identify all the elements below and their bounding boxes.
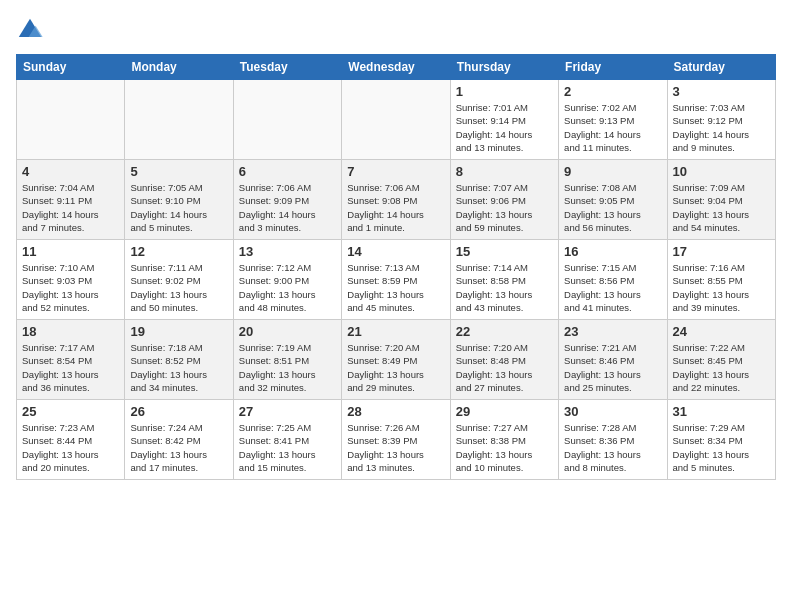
- day-number: 26: [130, 404, 227, 419]
- day-number: 5: [130, 164, 227, 179]
- day-number: 4: [22, 164, 119, 179]
- calendar-cell: 8Sunrise: 7:07 AM Sunset: 9:06 PM Daylig…: [450, 160, 558, 240]
- day-info: Sunrise: 7:10 AM Sunset: 9:03 PM Dayligh…: [22, 261, 119, 314]
- calendar-cell: 29Sunrise: 7:27 AM Sunset: 8:38 PM Dayli…: [450, 400, 558, 480]
- day-info: Sunrise: 7:21 AM Sunset: 8:46 PM Dayligh…: [564, 341, 661, 394]
- day-number: 29: [456, 404, 553, 419]
- day-number: 6: [239, 164, 336, 179]
- calendar-week-2: 4Sunrise: 7:04 AM Sunset: 9:11 PM Daylig…: [17, 160, 776, 240]
- calendar-cell: 30Sunrise: 7:28 AM Sunset: 8:36 PM Dayli…: [559, 400, 667, 480]
- day-info: Sunrise: 7:01 AM Sunset: 9:14 PM Dayligh…: [456, 101, 553, 154]
- header-row: SundayMondayTuesdayWednesdayThursdayFrid…: [17, 55, 776, 80]
- calendar-cell: 15Sunrise: 7:14 AM Sunset: 8:58 PM Dayli…: [450, 240, 558, 320]
- calendar-cell: 11Sunrise: 7:10 AM Sunset: 9:03 PM Dayli…: [17, 240, 125, 320]
- day-number: 2: [564, 84, 661, 99]
- day-info: Sunrise: 7:12 AM Sunset: 9:00 PM Dayligh…: [239, 261, 336, 314]
- calendar-cell: 10Sunrise: 7:09 AM Sunset: 9:04 PM Dayli…: [667, 160, 775, 240]
- day-info: Sunrise: 7:20 AM Sunset: 8:48 PM Dayligh…: [456, 341, 553, 394]
- day-info: Sunrise: 7:26 AM Sunset: 8:39 PM Dayligh…: [347, 421, 444, 474]
- day-info: Sunrise: 7:17 AM Sunset: 8:54 PM Dayligh…: [22, 341, 119, 394]
- day-info: Sunrise: 7:14 AM Sunset: 8:58 PM Dayligh…: [456, 261, 553, 314]
- calendar-cell: 19Sunrise: 7:18 AM Sunset: 8:52 PM Dayli…: [125, 320, 233, 400]
- calendar-cell: 28Sunrise: 7:26 AM Sunset: 8:39 PM Dayli…: [342, 400, 450, 480]
- calendar-cell: 31Sunrise: 7:29 AM Sunset: 8:34 PM Dayli…: [667, 400, 775, 480]
- day-number: 11: [22, 244, 119, 259]
- calendar-cell: 27Sunrise: 7:25 AM Sunset: 8:41 PM Dayli…: [233, 400, 341, 480]
- calendar-cell: 1Sunrise: 7:01 AM Sunset: 9:14 PM Daylig…: [450, 80, 558, 160]
- day-number: 15: [456, 244, 553, 259]
- calendar-cell: 14Sunrise: 7:13 AM Sunset: 8:59 PM Dayli…: [342, 240, 450, 320]
- day-number: 1: [456, 84, 553, 99]
- day-number: 20: [239, 324, 336, 339]
- day-number: 19: [130, 324, 227, 339]
- day-number: 7: [347, 164, 444, 179]
- col-header-friday: Friday: [559, 55, 667, 80]
- col-header-tuesday: Tuesday: [233, 55, 341, 80]
- calendar-cell: 23Sunrise: 7:21 AM Sunset: 8:46 PM Dayli…: [559, 320, 667, 400]
- calendar-cell: [125, 80, 233, 160]
- day-info: Sunrise: 7:28 AM Sunset: 8:36 PM Dayligh…: [564, 421, 661, 474]
- day-info: Sunrise: 7:08 AM Sunset: 9:05 PM Dayligh…: [564, 181, 661, 234]
- col-header-sunday: Sunday: [17, 55, 125, 80]
- logo-icon: [16, 16, 44, 44]
- calendar-week-3: 11Sunrise: 7:10 AM Sunset: 9:03 PM Dayli…: [17, 240, 776, 320]
- day-info: Sunrise: 7:18 AM Sunset: 8:52 PM Dayligh…: [130, 341, 227, 394]
- day-number: 9: [564, 164, 661, 179]
- col-header-wednesday: Wednesday: [342, 55, 450, 80]
- day-number: 16: [564, 244, 661, 259]
- calendar-cell: 20Sunrise: 7:19 AM Sunset: 8:51 PM Dayli…: [233, 320, 341, 400]
- col-header-monday: Monday: [125, 55, 233, 80]
- calendar-cell: [17, 80, 125, 160]
- calendar-cell: 7Sunrise: 7:06 AM Sunset: 9:08 PM Daylig…: [342, 160, 450, 240]
- day-info: Sunrise: 7:13 AM Sunset: 8:59 PM Dayligh…: [347, 261, 444, 314]
- calendar-cell: 21Sunrise: 7:20 AM Sunset: 8:49 PM Dayli…: [342, 320, 450, 400]
- col-header-thursday: Thursday: [450, 55, 558, 80]
- day-info: Sunrise: 7:19 AM Sunset: 8:51 PM Dayligh…: [239, 341, 336, 394]
- day-number: 12: [130, 244, 227, 259]
- day-number: 31: [673, 404, 770, 419]
- day-number: 3: [673, 84, 770, 99]
- day-number: 23: [564, 324, 661, 339]
- calendar-cell: 2Sunrise: 7:02 AM Sunset: 9:13 PM Daylig…: [559, 80, 667, 160]
- calendar-cell: 24Sunrise: 7:22 AM Sunset: 8:45 PM Dayli…: [667, 320, 775, 400]
- day-number: 30: [564, 404, 661, 419]
- day-number: 13: [239, 244, 336, 259]
- calendar-cell: 3Sunrise: 7:03 AM Sunset: 9:12 PM Daylig…: [667, 80, 775, 160]
- day-info: Sunrise: 7:06 AM Sunset: 9:08 PM Dayligh…: [347, 181, 444, 234]
- calendar-cell: 26Sunrise: 7:24 AM Sunset: 8:42 PM Dayli…: [125, 400, 233, 480]
- calendar-week-5: 25Sunrise: 7:23 AM Sunset: 8:44 PM Dayli…: [17, 400, 776, 480]
- calendar-cell: 4Sunrise: 7:04 AM Sunset: 9:11 PM Daylig…: [17, 160, 125, 240]
- day-number: 18: [22, 324, 119, 339]
- day-info: Sunrise: 7:06 AM Sunset: 9:09 PM Dayligh…: [239, 181, 336, 234]
- day-number: 17: [673, 244, 770, 259]
- calendar-week-4: 18Sunrise: 7:17 AM Sunset: 8:54 PM Dayli…: [17, 320, 776, 400]
- calendar-cell: 9Sunrise: 7:08 AM Sunset: 9:05 PM Daylig…: [559, 160, 667, 240]
- calendar-cell: 5Sunrise: 7:05 AM Sunset: 9:10 PM Daylig…: [125, 160, 233, 240]
- day-info: Sunrise: 7:11 AM Sunset: 9:02 PM Dayligh…: [130, 261, 227, 314]
- day-number: 21: [347, 324, 444, 339]
- day-number: 22: [456, 324, 553, 339]
- day-number: 10: [673, 164, 770, 179]
- day-info: Sunrise: 7:22 AM Sunset: 8:45 PM Dayligh…: [673, 341, 770, 394]
- day-info: Sunrise: 7:15 AM Sunset: 8:56 PM Dayligh…: [564, 261, 661, 314]
- col-header-saturday: Saturday: [667, 55, 775, 80]
- day-info: Sunrise: 7:02 AM Sunset: 9:13 PM Dayligh…: [564, 101, 661, 154]
- day-info: Sunrise: 7:04 AM Sunset: 9:11 PM Dayligh…: [22, 181, 119, 234]
- day-info: Sunrise: 7:29 AM Sunset: 8:34 PM Dayligh…: [673, 421, 770, 474]
- day-info: Sunrise: 7:05 AM Sunset: 9:10 PM Dayligh…: [130, 181, 227, 234]
- calendar-cell: 17Sunrise: 7:16 AM Sunset: 8:55 PM Dayli…: [667, 240, 775, 320]
- calendar-table: SundayMondayTuesdayWednesdayThursdayFrid…: [16, 54, 776, 480]
- day-info: Sunrise: 7:03 AM Sunset: 9:12 PM Dayligh…: [673, 101, 770, 154]
- logo: [16, 16, 48, 44]
- calendar-cell: 22Sunrise: 7:20 AM Sunset: 8:48 PM Dayli…: [450, 320, 558, 400]
- day-number: 28: [347, 404, 444, 419]
- calendar-cell: 18Sunrise: 7:17 AM Sunset: 8:54 PM Dayli…: [17, 320, 125, 400]
- calendar-cell: 6Sunrise: 7:06 AM Sunset: 9:09 PM Daylig…: [233, 160, 341, 240]
- day-info: Sunrise: 7:09 AM Sunset: 9:04 PM Dayligh…: [673, 181, 770, 234]
- day-info: Sunrise: 7:20 AM Sunset: 8:49 PM Dayligh…: [347, 341, 444, 394]
- calendar-cell: [233, 80, 341, 160]
- calendar-cell: 13Sunrise: 7:12 AM Sunset: 9:00 PM Dayli…: [233, 240, 341, 320]
- calendar-cell: 25Sunrise: 7:23 AM Sunset: 8:44 PM Dayli…: [17, 400, 125, 480]
- day-info: Sunrise: 7:07 AM Sunset: 9:06 PM Dayligh…: [456, 181, 553, 234]
- day-info: Sunrise: 7:25 AM Sunset: 8:41 PM Dayligh…: [239, 421, 336, 474]
